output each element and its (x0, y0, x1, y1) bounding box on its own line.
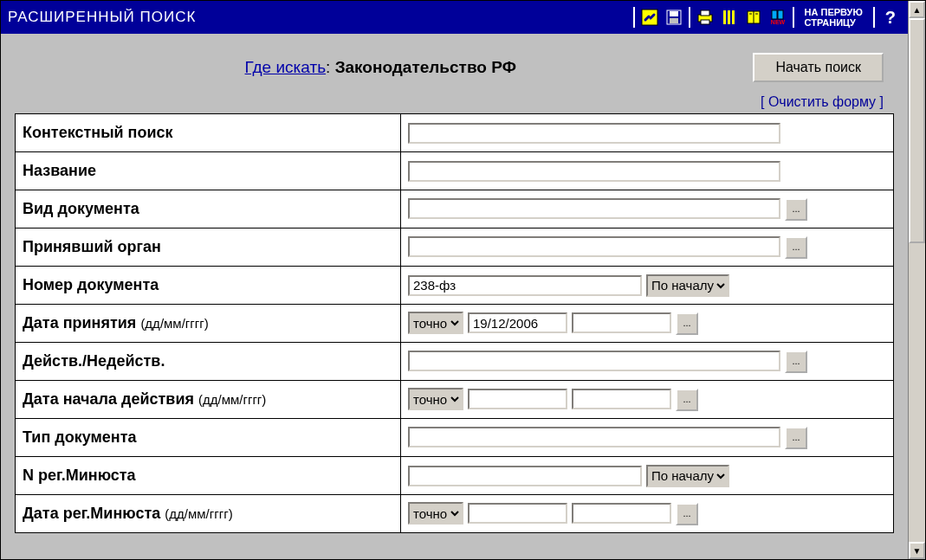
svg-rect-15 (778, 10, 783, 19)
label-doc-kind: Тип документа (16, 419, 401, 457)
clear-form-link[interactable]: Очистить форму (768, 94, 876, 109)
doc-type-picker-button[interactable]: ... (785, 198, 807, 221)
help-icon[interactable]: ? (885, 8, 896, 28)
minjust-date-input[interactable] (468, 503, 567, 524)
minjust-date-input-2[interactable] (572, 503, 671, 524)
svg-rect-14 (772, 10, 777, 19)
label-doc-number: Номер документа (16, 267, 401, 305)
header-title: РАСШИРЕННЫЙ ПОИСК (8, 9, 633, 26)
toolbar-separator (633, 7, 635, 28)
context-input[interactable] (408, 123, 780, 144)
date-effective-picker-button[interactable]: ... (676, 389, 698, 411)
row-doc-kind: Тип документа ... (16, 419, 894, 457)
home-link-line2: СТРАНИЦУ (805, 17, 863, 28)
new-icon[interactable]: NEW (768, 8, 787, 27)
svg-rect-2 (670, 11, 678, 16)
svg-rect-8 (728, 10, 730, 24)
row-minjust-date: Дата рег.Минюста (дд/мм/гггг) точно ... (16, 495, 894, 533)
toolbar-separator (793, 7, 794, 28)
minjust-date-mode-select[interactable]: точно (408, 502, 463, 525)
where-line: Где искать: Законодательство РФ (25, 58, 735, 77)
row-doc-number: Номер документа По началу (16, 267, 894, 305)
label-date-effective: Дата начала действия (дд/мм/гггг) (16, 381, 401, 419)
row-date-adopted: Дата принятия (дд/мм/гггг) точно ... (16, 305, 894, 343)
date-adopted-input[interactable] (468, 312, 567, 333)
toolbar: NEW НА ПЕРВУЮ СТРАНИЦУ ? (633, 7, 901, 28)
svg-rect-7 (723, 10, 726, 24)
valid-input[interactable] (408, 351, 780, 371)
row-valid: Действ./Недейств. ... (16, 343, 894, 381)
date-adopted-picker-button[interactable]: ... (676, 312, 698, 335)
minjust-date-picker-button[interactable]: ... (676, 503, 698, 525)
date-adopted-input-2[interactable] (572, 312, 671, 333)
row-doc-type: Вид документа ... (16, 190, 894, 229)
label-doc-type: Вид документа (16, 190, 401, 229)
svg-rect-5 (701, 10, 709, 16)
date-effective-input[interactable] (468, 389, 567, 409)
app-header: РАСШИРЕННЫЙ ПОИСК NEW НА ПЕРВУЮ СТРАНИЦУ… (1, 1, 908, 34)
clear-form-row: [ Очистить форму ] (1, 91, 908, 113)
doc-kind-input[interactable] (408, 427, 780, 447)
home-link-line1: НА ПЕРВУЮ (805, 7, 863, 17)
date-effective-input-2[interactable] (572, 389, 671, 409)
toolbar-separator (689, 7, 690, 28)
scroll-down-button[interactable]: ▼ (909, 542, 925, 559)
valid-picker-button[interactable]: ... (785, 351, 807, 373)
label-title: Название (16, 152, 401, 190)
where-to-search-link[interactable]: Где искать (245, 58, 327, 76)
date-adopted-mode-select[interactable]: точно (408, 312, 463, 334)
authority-input[interactable] (408, 236, 780, 257)
start-search-button[interactable]: Начать поиск (753, 53, 884, 82)
scroll-track[interactable] (909, 18, 925, 542)
row-authority: Принявший орган ... (16, 229, 894, 267)
row-title: Название (16, 152, 894, 190)
label-minjust-date: Дата рег.Минюста (дд/мм/гггг) (16, 495, 401, 533)
label-minjust-n: N рег.Минюста (16, 457, 401, 495)
scroll-up-button[interactable]: ▲ (909, 1, 925, 18)
toolbar-separator (873, 7, 875, 28)
scroll-thumb[interactable] (909, 18, 925, 243)
date-effective-mode-select[interactable]: точно (408, 388, 463, 410)
doc-number-match-select[interactable]: По началу (646, 274, 729, 297)
svg-rect-9 (732, 10, 735, 24)
svg-text:NEW: NEW (770, 19, 785, 25)
bars-icon[interactable] (720, 8, 739, 27)
book-icon[interactable] (744, 8, 763, 27)
svg-rect-6 (701, 20, 709, 24)
save-icon[interactable] (664, 8, 683, 27)
minjust-n-match-select[interactable]: По началу (646, 465, 729, 487)
doc-number-input[interactable] (408, 275, 642, 296)
print-icon[interactable] (696, 8, 715, 27)
where-value: Законодательство РФ (335, 58, 516, 76)
svg-rect-3 (670, 18, 678, 23)
title-input[interactable] (408, 161, 780, 182)
label-context: Контекстный поиск (16, 114, 401, 152)
vertical-scrollbar[interactable]: ▲ ▼ (908, 1, 925, 559)
row-context-search: Контекстный поиск (16, 114, 894, 152)
doc-type-input[interactable] (408, 198, 780, 219)
label-authority: Принявший орган (16, 229, 401, 267)
search-form: Контекстный поиск Название Вид документа… (15, 113, 894, 533)
row-minjust-n: N рег.Минюста По началу (16, 457, 894, 495)
row-date-effective: Дата начала действия (дд/мм/гггг) точно … (16, 381, 894, 419)
authority-picker-button[interactable]: ... (785, 236, 807, 259)
label-date-adopted: Дата принятия (дд/мм/гггг) (16, 305, 401, 343)
home-page-link[interactable]: НА ПЕРВУЮ СТРАНИЦУ (805, 7, 863, 28)
minjust-n-input[interactable] (408, 466, 642, 486)
link-icon[interactable] (640, 8, 659, 27)
label-valid: Действ./Недейств. (16, 343, 401, 381)
doc-kind-picker-button[interactable]: ... (785, 427, 807, 449)
